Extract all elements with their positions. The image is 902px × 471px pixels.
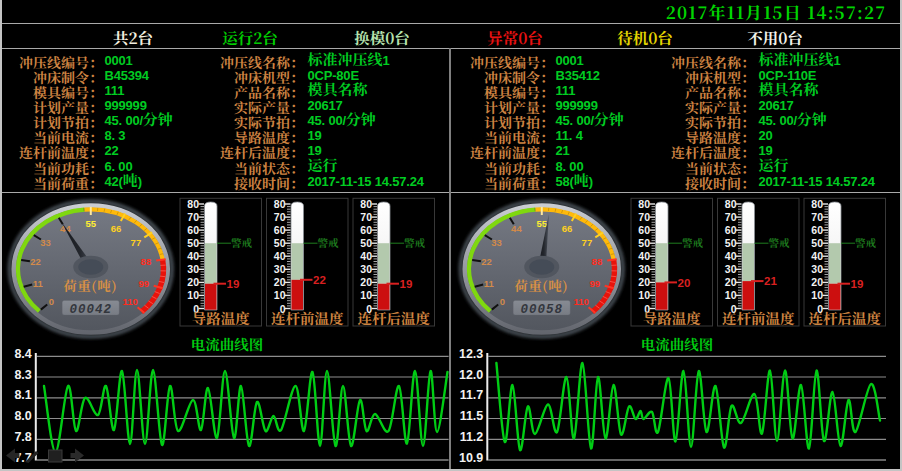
svg-text:80: 80 — [811, 198, 823, 210]
svg-text:88: 88 — [592, 256, 603, 267]
svg-text:20: 20 — [811, 276, 823, 288]
svg-text:110: 110 — [123, 296, 138, 307]
svg-text:55: 55 — [86, 218, 97, 229]
svg-text:20: 20 — [187, 276, 199, 288]
svg-text:40: 40 — [725, 250, 737, 262]
svg-text:77: 77 — [131, 237, 142, 248]
svg-text:连杆前温度: 连杆前温度 — [722, 307, 795, 328]
svg-text:77: 77 — [582, 237, 593, 248]
svg-text:20: 20 — [360, 276, 372, 288]
svg-text:60: 60 — [725, 224, 737, 236]
svg-text:11: 11 — [484, 278, 495, 289]
svg-text:导路温度: 导路温度 — [643, 307, 701, 328]
svg-text:警戒: 警戒 — [318, 235, 339, 250]
svg-text:66: 66 — [562, 223, 573, 234]
svg-text:60: 60 — [638, 224, 650, 236]
svg-text:80: 80 — [187, 198, 199, 210]
svg-text:70: 70 — [274, 211, 286, 223]
svg-text:30: 30 — [187, 263, 199, 275]
svg-text:80: 80 — [638, 198, 650, 210]
svg-text:7.8: 7.8 — [14, 430, 31, 444]
svg-text:70: 70 — [725, 211, 737, 223]
svg-text:110: 110 — [574, 296, 589, 307]
svg-text:50: 50 — [274, 237, 286, 249]
svg-text:20: 20 — [725, 276, 737, 288]
svg-text:50: 50 — [187, 237, 199, 249]
svg-text:40: 40 — [187, 250, 199, 262]
svg-text:30: 30 — [638, 263, 650, 275]
svg-text:11.5: 11.5 — [460, 409, 484, 423]
svg-text:99: 99 — [139, 278, 150, 289]
svg-text:8.3: 8.3 — [14, 368, 31, 382]
svg-text:警戒: 警戒 — [769, 235, 790, 250]
svg-text:11.7: 11.7 — [460, 388, 484, 402]
svg-text:40: 40 — [360, 250, 372, 262]
svg-text:0: 0 — [500, 296, 505, 307]
svg-text:19: 19 — [227, 278, 240, 290]
svg-text:60: 60 — [811, 224, 823, 236]
svg-text:20: 20 — [274, 276, 286, 288]
svg-text:80: 80 — [725, 198, 737, 210]
svg-text:80: 80 — [274, 198, 286, 210]
svg-text:11.2: 11.2 — [460, 430, 484, 444]
svg-text:66: 66 — [111, 223, 122, 234]
svg-text:30: 30 — [274, 263, 286, 275]
svg-text:80: 80 — [360, 198, 372, 210]
svg-text:10: 10 — [274, 289, 286, 301]
svg-text:60: 60 — [187, 224, 199, 236]
svg-text:60: 60 — [360, 224, 372, 236]
svg-text:导路温度: 导路温度 — [192, 307, 250, 328]
svg-text:22: 22 — [481, 256, 492, 267]
svg-text:30: 30 — [811, 263, 823, 275]
svg-text:40: 40 — [274, 250, 286, 262]
svg-text:00058: 00058 — [521, 303, 564, 317]
svg-text:22: 22 — [30, 256, 41, 267]
svg-text:8.4: 8.4 — [14, 347, 31, 361]
svg-text:99: 99 — [590, 278, 601, 289]
svg-text:0: 0 — [49, 296, 54, 307]
svg-text:连杆后温度: 连杆后温度 — [358, 307, 431, 328]
svg-text:00042: 00042 — [70, 303, 113, 317]
svg-text:70: 70 — [811, 211, 823, 223]
svg-text:10: 10 — [725, 289, 737, 301]
svg-text:20: 20 — [678, 277, 691, 289]
svg-text:10: 10 — [360, 289, 372, 301]
svg-text:70: 70 — [360, 211, 372, 223]
svg-text:40: 40 — [811, 250, 823, 262]
svg-text:警戒: 警戒 — [855, 235, 876, 250]
svg-text:50: 50 — [638, 237, 650, 249]
svg-text:21: 21 — [764, 275, 777, 287]
svg-text:警戒: 警戒 — [404, 235, 425, 250]
svg-text:88: 88 — [141, 256, 152, 267]
svg-text:30: 30 — [725, 263, 737, 275]
svg-text:50: 50 — [360, 237, 372, 249]
svg-text:22: 22 — [313, 274, 326, 286]
svg-text:30: 30 — [360, 263, 372, 275]
svg-text:10: 10 — [187, 289, 199, 301]
svg-text:电流曲线图: 电流曲线图 — [191, 333, 264, 354]
svg-text:12.0: 12.0 — [459, 368, 483, 382]
svg-text:50: 50 — [811, 237, 823, 249]
svg-text:荷重(吨): 荷重(吨) — [63, 275, 117, 295]
svg-text:50: 50 — [725, 237, 737, 249]
svg-text:55: 55 — [537, 218, 548, 229]
svg-text:12.3: 12.3 — [459, 347, 483, 361]
svg-text:33: 33 — [40, 237, 51, 248]
svg-text:电流曲线图: 电流曲线图 — [641, 333, 714, 354]
svg-text:33: 33 — [491, 237, 502, 248]
svg-text:警戒: 警戒 — [682, 235, 703, 250]
svg-text:10.9: 10.9 — [459, 451, 483, 465]
svg-text:8.0: 8.0 — [14, 409, 31, 423]
svg-text:40: 40 — [638, 250, 650, 262]
svg-text:70: 70 — [638, 211, 650, 223]
svg-text:19: 19 — [851, 278, 864, 290]
svg-text:荷重(吨): 荷重(吨) — [514, 275, 568, 295]
svg-text:警戒: 警戒 — [231, 235, 252, 250]
svg-text:60: 60 — [274, 224, 286, 236]
svg-text:20: 20 — [638, 276, 650, 288]
svg-text:8.1: 8.1 — [14, 388, 31, 402]
svg-text:10: 10 — [638, 289, 650, 301]
svg-text:19: 19 — [400, 278, 413, 290]
svg-text:11: 11 — [33, 278, 44, 289]
svg-text:70: 70 — [187, 211, 199, 223]
